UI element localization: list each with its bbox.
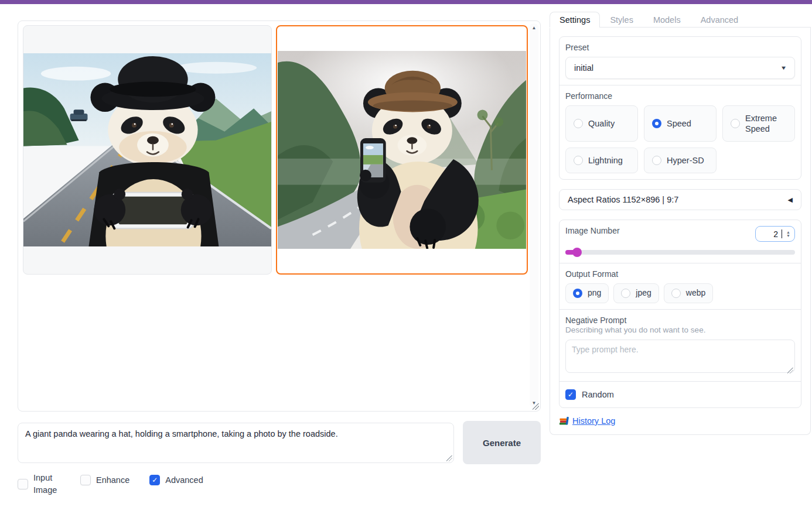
radio-unselected[interactable] bbox=[574, 156, 583, 165]
preset-dropdown[interactable]: initial ▼ bbox=[565, 57, 795, 79]
radio-unselected[interactable] bbox=[731, 119, 740, 128]
settings-panel: Settings Styles Models Advanced Preset i… bbox=[550, 12, 811, 435]
prompt-field-wrap: A giant panda wearing a hat, holding a s… bbox=[18, 423, 454, 463]
checkbox-unchecked[interactable] bbox=[18, 479, 28, 489]
number-spinner[interactable]: ▲ ▼ bbox=[786, 231, 790, 238]
format-webp[interactable]: webp bbox=[664, 283, 713, 303]
tab-bar: Settings Styles Models Advanced bbox=[550, 12, 811, 28]
performance-options: Quality Speed Extreme Speed Lightning bbox=[565, 105, 795, 173]
text-cursor bbox=[782, 229, 782, 238]
output-format-label: Output Format bbox=[565, 269, 795, 279]
checkbox-checked[interactable]: ✓ bbox=[565, 389, 576, 400]
format-png[interactable]: png bbox=[565, 283, 609, 303]
format-jpeg[interactable]: jpeg bbox=[613, 283, 659, 303]
top-accent-bar bbox=[0, 0, 812, 4]
radio-unselected[interactable] bbox=[652, 156, 661, 165]
performance-extreme-speed[interactable]: Extreme Speed bbox=[722, 105, 795, 142]
radio-label: Hyper-SD bbox=[667, 155, 704, 166]
tab-settings[interactable]: Settings bbox=[550, 12, 600, 28]
radio-unselected[interactable] bbox=[574, 119, 583, 128]
radio-label: png bbox=[588, 288, 601, 299]
negative-prompt-wrap bbox=[565, 340, 795, 375]
chevron-down-icon: ▼ bbox=[780, 65, 787, 71]
radio-selected[interactable] bbox=[652, 119, 661, 128]
tab-models[interactable]: Models bbox=[643, 12, 691, 28]
negative-prompt-section: Negative Prompt Describing what you do n… bbox=[559, 309, 801, 381]
preset-label: Preset bbox=[565, 43, 795, 52]
gallery-image-2[interactable] bbox=[276, 25, 528, 275]
tab-styles[interactable]: Styles bbox=[600, 12, 643, 28]
radio-label: Extreme Speed bbox=[745, 113, 787, 134]
performance-label: Performance bbox=[565, 91, 795, 101]
accordion-collapsed-icon: ◀ bbox=[788, 196, 793, 204]
input-image-label: Input Image bbox=[33, 472, 60, 496]
checkbox-checked[interactable]: ✓ bbox=[149, 475, 160, 485]
image-number-label: Image Number bbox=[565, 226, 620, 235]
image-gallery: ▲ ▼ bbox=[18, 20, 541, 412]
generated-image-1 bbox=[23, 53, 271, 246]
radio-selected[interactable] bbox=[573, 289, 582, 298]
generated-image-2 bbox=[278, 51, 526, 249]
radio-unselected[interactable] bbox=[621, 289, 630, 298]
random-checkbox[interactable]: ✓ Random bbox=[565, 388, 795, 402]
advanced-checkbox[interactable]: ✓ Advanced bbox=[149, 475, 203, 485]
gallery-scrollbar[interactable]: ▲ ▼ bbox=[530, 23, 538, 407]
history-log-row: History Log bbox=[559, 416, 801, 426]
radio-label: webp bbox=[686, 288, 705, 299]
preset-section: Preset initial ▼ bbox=[559, 37, 801, 85]
enhance-label: Enhance bbox=[96, 475, 129, 485]
generate-button[interactable]: Generate bbox=[463, 421, 541, 464]
image-number-input-box: ▲ ▼ bbox=[755, 226, 795, 242]
gallery-resize-grip[interactable] bbox=[533, 403, 539, 410]
advanced-label: Advanced bbox=[165, 475, 203, 485]
negative-prompt-info: Describing what you do not want to see. bbox=[565, 325, 795, 334]
spinner-down-icon[interactable]: ▼ bbox=[786, 234, 790, 238]
negative-prompt-label: Negative Prompt bbox=[565, 316, 795, 325]
radio-label: Lightning bbox=[588, 155, 623, 166]
gallery-image-1[interactable] bbox=[23, 25, 272, 275]
generation-settings-group: Image Number ▲ ▼ bbox=[559, 220, 801, 408]
performance-section: Performance Quality Speed Extreme Speed bbox=[559, 85, 801, 179]
radio-unselected[interactable] bbox=[671, 289, 681, 298]
performance-quality[interactable]: Quality bbox=[565, 105, 638, 142]
random-section: ✓ Random bbox=[559, 381, 801, 407]
performance-hyper-sd[interactable]: Hyper-SD bbox=[644, 148, 717, 173]
prompt-input[interactable]: A giant panda wearing a hat, holding a s… bbox=[18, 423, 454, 463]
aspect-ratios-label: Aspect Ratios 1152×896 | 9:7 bbox=[568, 195, 678, 204]
image-number-input[interactable] bbox=[759, 229, 778, 239]
aspect-ratios-accordion[interactable]: Aspect Ratios 1152×896 | 9:7 ◀ bbox=[559, 189, 801, 210]
random-label: Random bbox=[582, 390, 614, 399]
preset-value: initial bbox=[574, 63, 593, 73]
radio-label: Speed bbox=[667, 118, 691, 129]
radio-label: Quality bbox=[588, 118, 615, 129]
settings-tab-content: Preset initial ▼ Performance Quality Spe… bbox=[550, 28, 811, 435]
preset-performance-group: Preset initial ▼ Performance Quality Spe… bbox=[559, 36, 801, 180]
output-format-options: png jpeg webp bbox=[565, 283, 795, 303]
checkmark-icon: ✓ bbox=[152, 476, 158, 484]
books-icon bbox=[559, 416, 569, 426]
checkmark-icon: ✓ bbox=[568, 390, 574, 399]
radio-label: jpeg bbox=[636, 288, 651, 299]
bottom-options: Input Image Enhance ✓ Advanced bbox=[18, 472, 203, 496]
tab-advanced[interactable]: Advanced bbox=[691, 12, 749, 28]
enhance-checkbox[interactable]: Enhance bbox=[80, 475, 129, 485]
output-format-section: Output Format png jpeg webp bbox=[559, 263, 801, 309]
performance-lightning[interactable]: Lightning bbox=[565, 148, 638, 173]
performance-speed[interactable]: Speed bbox=[644, 105, 717, 142]
scroll-up-icon[interactable]: ▲ bbox=[530, 25, 538, 30]
input-image-checkbox[interactable]: Input Image bbox=[18, 472, 60, 496]
slider-track[interactable] bbox=[565, 250, 795, 255]
image-number-section: Image Number ▲ ▼ bbox=[559, 220, 801, 263]
slider-handle[interactable] bbox=[572, 248, 582, 257]
checkbox-unchecked[interactable] bbox=[80, 475, 91, 485]
history-log-link[interactable]: History Log bbox=[572, 416, 615, 426]
negative-prompt-input[interactable] bbox=[565, 340, 795, 373]
image-number-slider[interactable] bbox=[565, 248, 795, 257]
